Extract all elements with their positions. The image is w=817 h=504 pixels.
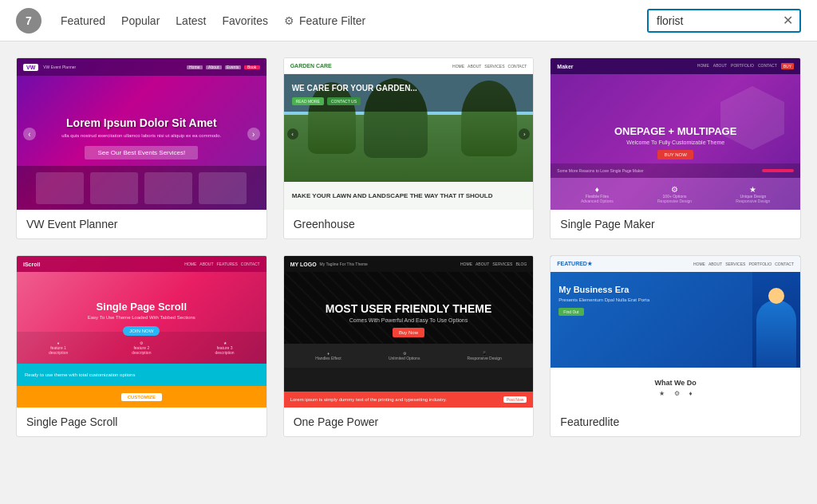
bottom-label: What We Do: [654, 379, 696, 387]
preview-footer: Lorem ipsum is simply dummy text of the …: [284, 392, 534, 408]
theme-card-featuredlite[interactable]: FEATURED★ HOME ABOUT SERVICES PORTFOLIO …: [550, 255, 801, 437]
next-arrow[interactable]: ›: [519, 128, 530, 140]
feature-1: ♦ Handles Effect: [315, 351, 341, 360]
feature-2: ⚙ 100+ Options Responsive Design: [657, 185, 692, 203]
preview-bottom: What We Do ★ ⚙ ♦: [551, 368, 800, 408]
nav-item: ABOUT: [199, 262, 213, 266]
feature-label-1: Handles Effect: [315, 356, 341, 360]
theme-label-greenhouse: Greenhouse: [284, 210, 534, 238]
feature-icon-2: ⚙: [657, 185, 692, 194]
theme-preview-vwevent: VW VW Event Planner Home About Events Bo…: [17, 58, 266, 210]
strip-block-1: [36, 172, 84, 204]
preview-nav: HOME ABOUT SERVICES BLOG: [460, 262, 527, 266]
nav-item: PORTFOLIO: [748, 262, 772, 266]
theme-card-one-page-power[interactable]: MY LOGO My Tagline For This Theme HOME A…: [283, 255, 535, 437]
theme-card-greenhouse[interactable]: GARDEN CARE HOME ABOUT SERVICES CONTACT …: [283, 57, 535, 239]
hero-title: Single Page Scroll: [97, 301, 187, 313]
preview-bottom-strip: [17, 166, 266, 210]
theme-card-single-page-scroll[interactable]: iScroll HOME ABOUT FEATURES CONTACT 🦅 Si…: [16, 255, 267, 437]
feature-label-1: Flexible Files: [581, 194, 614, 199]
footer-text: Lorem ipsum is simply dummy text of the …: [290, 397, 447, 402]
feature-filter-label: Feature Filter: [299, 14, 365, 27]
bottom-orange-strip: CUSTOMIZE: [17, 386, 266, 408]
hero-title: ONEPAGE + MULTIPAGE: [614, 125, 737, 137]
feature-filter-button[interactable]: ⚙ Feature Filter: [284, 11, 365, 30]
nav-item: SERVICES: [484, 64, 504, 69]
preview-topbar: Maker HOME ABOUT PORTFOLIO CONTACT BUY: [551, 58, 800, 74]
feature-2: ⚙ feature 2 description: [132, 341, 151, 355]
prev-arrow[interactable]: ‹: [287, 128, 298, 140]
theme-card-single-page-maker[interactable]: Maker HOME ABOUT PORTFOLIO CONTACT BUY O…: [550, 57, 801, 239]
hero-subtitle: Comes With Powerful And Easy To Use Opti…: [349, 317, 468, 323]
preview-nav: HOME ABOUT FEATURES CONTACT: [184, 262, 259, 266]
feature-desc-3: description: [215, 350, 234, 355]
person-head: [768, 288, 784, 304]
hero-title: WE CARE FOR YOUR GARDEN...: [292, 84, 526, 93]
preview-footer-text: MAKE YOUR LAWN AND LANDSCAPE THE WAY THA…: [284, 182, 534, 210]
preview-bottom-bar: Some More Reasons to Love Single Page Ma…: [551, 163, 800, 178]
feature-label-2: Unlimited Options: [389, 356, 420, 360]
search-clear-button[interactable]: ✕: [776, 14, 799, 27]
nav-item: FEATURES: [217, 262, 238, 266]
preview-topbar: GARDEN CARE HOME ABOUT SERVICES CONTACT: [284, 58, 534, 74]
feature-icon-3: ★: [736, 185, 770, 194]
contact-btn: CONTACT US: [327, 97, 361, 105]
progress-bar: [762, 169, 794, 172]
hero-subtitle: Presents Elementum Dpal Nulla Erat Porta: [558, 297, 649, 302]
theme-card-vw-event-planner[interactable]: VW VW Event Planner Home About Events Bo…: [16, 57, 267, 239]
feature-label-3: Responsive Design: [468, 356, 502, 360]
preview-topbar: VW VW Event Planner Home About Events Bo…: [17, 58, 266, 76]
feature-desc-1: description: [49, 350, 68, 355]
feature-2: ⚙ Unlimited Options: [389, 351, 420, 360]
nav-latest[interactable]: Latest: [176, 11, 206, 30]
nav-favorites[interactable]: Favorites: [222, 11, 268, 30]
hero-cta: See Our Best Events Services!: [85, 146, 198, 159]
feature-3: 📱 Responsive Design: [468, 351, 502, 360]
preview-nav: HOME ABOUT SERVICES PORTFOLIO CONTACT: [693, 262, 794, 266]
hero-cta: Buy Now: [393, 328, 424, 337]
hero-content: My Business Era Presents Elementum Dpal …: [558, 284, 649, 317]
nav-arrows: ‹ ›: [284, 128, 534, 140]
nav-item: ABOUT: [713, 63, 727, 69]
preview-hero: My Business Era Presents Elementum Dpal …: [551, 272, 800, 368]
prev-arrow[interactable]: ‹: [23, 128, 36, 140]
preview-topbar: iScroll HOME ABOUT FEATURES CONTACT: [17, 256, 266, 272]
header: 7 Featured Popular Latest Favorites ⚙ Fe…: [0, 0, 817, 41]
nav-item: SERVICES: [725, 262, 745, 266]
nav-item: Home: [187, 65, 203, 69]
nav-item: ABOUT: [476, 262, 489, 266]
nav-popular[interactable]: Popular: [121, 11, 160, 30]
preview-brand: VW Event Planner: [43, 65, 76, 69]
strip-block-2: [90, 172, 138, 204]
themes-grid: VW VW Event Planner Home About Events Bo…: [0, 41, 817, 453]
feature-3: ★ feature 3 description: [215, 341, 234, 355]
feature-1: ♦ feature 1 description: [49, 341, 68, 355]
next-arrow[interactable]: ›: [247, 128, 260, 140]
preview-logo: GARDEN CARE: [290, 63, 332, 69]
hero-cta: JOIN NOW: [123, 326, 160, 336]
hero-title: MOST USER FRIENDLY THEME: [326, 302, 491, 315]
hero-subtitle: ulla quis nostrud exercitation ullamco l…: [61, 132, 221, 139]
hero-subtitle: Welcome To Fully Customizable Theme: [626, 140, 724, 145]
search-input[interactable]: [649, 10, 776, 31]
hero-cta: Find Out: [558, 308, 583, 316]
preview-bottom-bar: Ready to use theme with total customizat…: [17, 364, 266, 408]
theme-preview-opp: MY LOGO My Tagline For This Theme HOME A…: [284, 256, 534, 408]
strip-block-4: [199, 172, 247, 204]
theme-label-opp: One Page Power: [284, 408, 534, 436]
preview-logo: FEATURED★: [557, 261, 592, 267]
hero-buttons: READ MORE CONTACT US: [292, 97, 526, 105]
theme-preview-fl: FEATURED★ HOME ABOUT SERVICES PORTFOLIO …: [551, 256, 800, 408]
feature-1: ♦ Flexible Files Advanced Options: [581, 185, 614, 203]
nav-item: HOME: [693, 262, 705, 266]
hero-title: Lorem Ipsum Dolor Sit Amet: [66, 116, 217, 129]
theme-preview-spm: Maker HOME ABOUT PORTFOLIO CONTACT BUY O…: [551, 58, 800, 210]
nav-item: CONTACT: [775, 262, 794, 266]
hero-title: My Business Era: [558, 284, 649, 295]
preview-nav: HOME ABOUT SERVICES CONTACT: [452, 64, 527, 69]
preview-topbar: FEATURED★ HOME ABOUT SERVICES PORTFOLIO …: [551, 256, 800, 272]
preview-logo: iScroll: [23, 262, 40, 267]
feature-desc-2: description: [132, 350, 151, 355]
preview-tagline: My Tagline For This Theme: [320, 262, 368, 266]
nav-featured[interactable]: Featured: [61, 11, 105, 30]
